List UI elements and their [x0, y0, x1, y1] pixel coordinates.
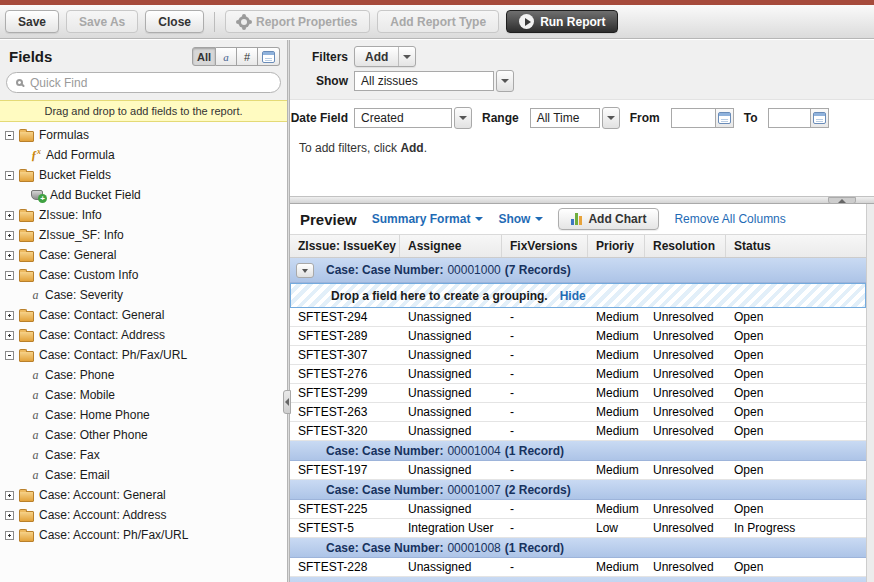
- horizontal-splitter[interactable]: [290, 196, 874, 204]
- tree-item-case-other-phone[interactable]: aCase: Other Phone: [0, 425, 287, 445]
- close-button[interactable]: Close: [145, 10, 204, 33]
- tree-item-case-account-address[interactable]: Case: Account: Address: [0, 505, 287, 525]
- tree-item-add-formula[interactable]: ƒxAdd Formula: [0, 145, 287, 165]
- text-field-icon: a: [31, 428, 40, 443]
- remove-all-columns-link[interactable]: Remove All Columns: [674, 212, 785, 226]
- show-menu[interactable]: Show: [498, 212, 543, 226]
- calendar-icon: [718, 112, 731, 124]
- from-date-input[interactable]: [671, 108, 715, 128]
- run-report-button[interactable]: Run Report: [506, 10, 618, 33]
- tree-item-bucket-fields[interactable]: Bucket Fields: [0, 165, 287, 185]
- chevron-down-icon[interactable]: [454, 107, 472, 129]
- preview-table-header: ZIssue: IssueKey Assignee FixVersions Pr…: [290, 234, 866, 258]
- text-field-icon: a: [31, 448, 40, 463]
- tree-item-case-custom-info[interactable]: Case: Custom Info: [0, 265, 287, 285]
- collapse-expander-icon[interactable]: [5, 131, 14, 140]
- filter-number-fields-button[interactable]: #: [237, 47, 258, 66]
- tree-item-case-fax[interactable]: aCase: Fax: [0, 445, 287, 465]
- tree-item-case-account-general[interactable]: Case: Account: General: [0, 485, 287, 505]
- expand-expander-icon[interactable]: [5, 311, 14, 320]
- tree-item-case-contact-general[interactable]: Case: Contact: General: [0, 305, 287, 325]
- from-calendar-button[interactable]: [715, 108, 734, 128]
- table-row: SFTEST-263Unassigned-MediumUnresolvedOpe…: [290, 403, 866, 422]
- chevron-up-icon: [838, 199, 846, 203]
- column-header-issuekey[interactable]: ZIssue: IssueKey: [290, 235, 400, 257]
- folder-icon: [19, 491, 34, 502]
- table-row: SFTEST-5Integration User-LowUnresolvedIn…: [290, 519, 866, 538]
- tree-item-case-account-phfaxurl[interactable]: Case: Account: Ph/Fax/URL: [0, 525, 287, 545]
- save-button[interactable]: Save: [5, 10, 59, 33]
- tree-item-add-bucket-field[interactable]: Add Bucket Field: [0, 185, 287, 205]
- show-label: Show: [290, 74, 348, 88]
- expand-expander-icon[interactable]: [5, 251, 14, 260]
- tree-item-case-mobile[interactable]: aCase: Mobile: [0, 385, 287, 405]
- group-collapse-button[interactable]: [296, 263, 314, 278]
- tree-item-zissue-sf-info[interactable]: ZIssue_SF: Info: [0, 225, 287, 245]
- fields-panel-title: Fields: [9, 48, 52, 65]
- column-header-priority[interactable]: Prioriy: [588, 235, 645, 257]
- expand-expander-icon[interactable]: [5, 511, 14, 520]
- expand-expander-icon[interactable]: [5, 231, 14, 240]
- folder-icon: [19, 211, 34, 222]
- column-header-assignee[interactable]: Assignee: [400, 235, 502, 257]
- expand-expander-icon[interactable]: [5, 211, 14, 220]
- collapse-expander-icon[interactable]: [5, 271, 14, 280]
- drag-drop-hint: Drag and drop to add fields to the repor…: [0, 100, 287, 122]
- tree-item-case-home-phone[interactable]: aCase: Home Phone: [0, 405, 287, 425]
- close-button-label: Close: [158, 15, 191, 29]
- collapse-filters-handle[interactable]: [828, 197, 856, 204]
- add-report-type-button[interactable]: Add Report Type: [377, 10, 499, 33]
- quick-find-input[interactable]: [30, 76, 271, 90]
- column-header-status[interactable]: Status: [726, 235, 866, 257]
- filter-all-button[interactable]: All: [192, 47, 216, 66]
- column-header-fixversions[interactable]: FixVersions: [502, 235, 588, 257]
- summary-format-menu[interactable]: Summary Format: [372, 212, 484, 226]
- tree-item-case-general[interactable]: Case: General: [0, 245, 287, 265]
- preview-vertical-scrollbar[interactable]: [866, 204, 874, 582]
- group-header: Case: Case Number: 00001004 (1 Record): [290, 441, 866, 461]
- add-chart-button[interactable]: Add Chart: [558, 208, 659, 230]
- date-field-dropdown-value[interactable]: Created: [354, 108, 452, 128]
- grouping-drop-zone[interactable]: Drop a field here to create a grouping. …: [290, 283, 866, 308]
- to-calendar-button[interactable]: [810, 108, 829, 128]
- table-row: SFTEST-307Unassigned-MediumUnresolvedOpe…: [290, 346, 866, 365]
- tree-item-zissue-info[interactable]: ZIssue: Info: [0, 205, 287, 225]
- date-field-dropdown[interactable]: Created: [354, 107, 472, 129]
- collapse-fields-panel-handle[interactable]: [283, 390, 291, 414]
- tree-item-formulas[interactable]: Formulas: [0, 125, 287, 145]
- chevron-down-icon[interactable]: [602, 107, 620, 129]
- collapse-expander-icon[interactable]: [5, 171, 14, 180]
- table-row: SFTEST-320Unassigned-MediumUnresolvedOpe…: [290, 422, 866, 441]
- folder-icon: [19, 511, 34, 522]
- group-header: Case: Case Number: 00001008 (1 Record): [290, 538, 866, 558]
- report-properties-label: Report Properties: [256, 15, 357, 29]
- range-dropdown[interactable]: All Time: [530, 107, 620, 129]
- tree-item-case-contact-address[interactable]: Case: Contact: Address: [0, 325, 287, 345]
- preview-title: Preview: [300, 211, 357, 228]
- collapse-expander-icon[interactable]: [5, 351, 14, 360]
- expand-expander-icon[interactable]: [5, 491, 14, 500]
- show-dropdown-value[interactable]: All zissues: [354, 71, 494, 91]
- hide-drop-zone-link[interactable]: Hide: [560, 289, 586, 303]
- expand-expander-icon[interactable]: [5, 531, 14, 540]
- save-as-button[interactable]: Save As: [66, 10, 138, 33]
- chevron-down-icon[interactable]: [496, 70, 514, 92]
- tree-item-case-severity[interactable]: aCase: Severity: [0, 285, 287, 305]
- chevron-down-icon[interactable]: [398, 47, 415, 66]
- show-dropdown[interactable]: All zissues: [354, 70, 514, 92]
- range-dropdown-value[interactable]: All Time: [530, 108, 600, 128]
- column-header-resolution[interactable]: Resolution: [645, 235, 726, 257]
- tree-item-case-email[interactable]: aCase: Email: [0, 465, 287, 485]
- to-date-input[interactable]: [768, 108, 810, 128]
- filter-date-fields-button[interactable]: [258, 47, 280, 66]
- panel-vertical-divider[interactable]: [287, 40, 290, 582]
- report-properties-button[interactable]: Report Properties: [225, 10, 370, 33]
- tree-item-case-phone[interactable]: aCase: Phone: [0, 365, 287, 385]
- folder-icon: [19, 171, 34, 182]
- add-filter-button[interactable]: Add: [354, 46, 416, 67]
- expand-expander-icon[interactable]: [5, 331, 14, 340]
- tree-item-case-contact-phfaxurl[interactable]: Case: Contact: Ph/Fax/URL: [0, 345, 287, 365]
- filter-text-fields-button[interactable]: a: [216, 47, 237, 66]
- group-header: Case: Case Number: 00001007 (2 Records): [290, 480, 866, 500]
- search-icon: [16, 79, 23, 86]
